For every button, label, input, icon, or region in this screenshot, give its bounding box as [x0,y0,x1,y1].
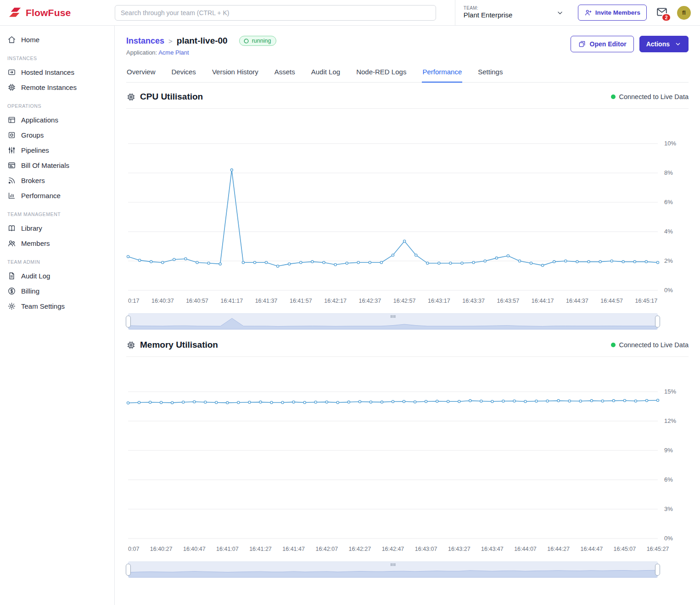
top-header: FlowFuse TEAM: Plant Enterprise Invite M… [0,0,700,26]
brush-right-handle[interactable] [655,564,660,576]
sidebar-item-library[interactable]: Library [6,221,110,236]
svg-text:16:44:17: 16:44:17 [532,298,554,304]
svg-text:16:42:27: 16:42:27 [349,546,371,552]
svg-text:16:41:47: 16:41:47 [282,546,305,552]
application-link[interactable]: Acme Plant [158,49,189,56]
tab-node-red-logs[interactable]: Node-RED Logs [356,65,407,83]
open-editor-button[interactable]: Open Editor [571,36,634,52]
brush-right-handle[interactable] [655,316,660,327]
sidebar-item-hosted-instances[interactable]: Hosted Instances [6,65,110,80]
svg-text:16:40:57: 16:40:57 [186,298,208,304]
sidebar-section-label: OPERATIONS [7,103,110,109]
svg-text:0%: 0% [664,535,673,542]
svg-text:16:41:27: 16:41:27 [249,546,272,552]
sidebar-item-brokers[interactable]: Brokers [6,173,110,188]
sidebar-item-members[interactable]: Members [6,236,110,251]
svg-text:16:42:07: 16:42:07 [315,546,338,552]
sidebar-item-label: Library [21,224,42,232]
brush-grip-handle[interactable] [390,314,396,319]
invite-user-icon [584,9,592,17]
sidebar-nav: HomeINSTANCESHosted InstancesRemote Inst… [0,26,115,605]
memory-line-chart: 0%3%6%9%12%15%0:0716:40:2716:40:4716:41:… [126,369,689,557]
cpu-brush-row [128,313,658,330]
sidebar-item-bill-of-materials[interactable]: Bill Of Materials [6,158,110,173]
svg-text:6%: 6% [664,199,673,205]
sidebar-item-remote-instances[interactable]: Remote Instances [6,80,110,95]
avatar[interactable]: fl [677,6,691,20]
tab-version-history[interactable]: Version History [212,65,259,83]
svg-text:16:42:17: 16:42:17 [324,298,347,304]
svg-text:16:43:17: 16:43:17 [428,298,450,304]
svg-text:15%: 15% [664,388,676,395]
svg-text:16:44:47: 16:44:47 [580,546,603,552]
tab-performance[interactable]: Performance [422,65,462,83]
sidebar-item-billing[interactable]: Billing [6,283,110,299]
remote-instances-icon [7,83,16,92]
svg-text:9%: 9% [664,447,673,454]
sidebar-item-home[interactable]: Home [6,32,110,47]
svg-text:16:43:07: 16:43:07 [415,546,437,552]
sidebar-item-performance[interactable]: Performance [6,188,110,203]
sidebar-item-label: Brokers [21,177,45,184]
cpu-section: CPU Utilisation Connected to Live Data 0… [126,83,689,330]
memory-chip-icon [126,340,136,350]
tab-assets[interactable]: Assets [274,65,296,83]
chevron-down-icon [556,9,564,17]
svg-text:4%: 4% [664,228,673,235]
sidebar-item-groups[interactable]: Groups [6,128,110,143]
tab-audit-log[interactable]: Audit Log [311,65,341,83]
actions-button[interactable]: Actions [639,36,689,52]
members-icon [7,239,16,248]
svg-text:16:45:27: 16:45:27 [647,546,669,552]
brokers-icon [7,176,16,185]
team-selector-texts: TEAM: Plant Enterprise [464,6,513,20]
svg-text:16:42:47: 16:42:47 [382,546,404,552]
sidebar-item-label: Audit Log [21,272,50,280]
tab-settings[interactable]: Settings [477,65,503,83]
breadcrumb-instances-link[interactable]: Instances [126,36,164,46]
memory-chart-brush[interactable] [128,561,658,578]
svg-text:16:40:47: 16:40:47 [183,546,206,552]
sidebar-item-applications[interactable]: Applications [6,112,110,128]
brush-grip-handle[interactable] [390,562,396,567]
svg-text:16:40:37: 16:40:37 [151,298,174,304]
cpu-line-chart: 0%2%4%6%8%10%0:1716:40:3716:40:5716:41:1… [126,121,689,309]
tab-devices[interactable]: Devices [171,65,196,83]
notifications-button[interactable]: 2 [656,6,668,20]
sidebar-item-label: Hosted Instances [21,68,74,76]
sidebar-item-audit-log[interactable]: Audit Log [6,268,110,283]
live-dot-icon [611,94,616,99]
cpu-live-status-label: Connected to Live Data [619,93,689,100]
sidebar-item-team-settings[interactable]: Team Settings [6,299,110,314]
app-root: FlowFuse TEAM: Plant Enterprise Invite M… [0,0,700,605]
svg-text:16:43:27: 16:43:27 [448,546,470,552]
sidebar-item-label: Remote Instances [21,83,77,91]
flowfuse-logo[interactable]: FlowFuse [8,7,115,19]
memory-chart[interactable]: 0%3%6%9%12%15%0:0716:40:2716:40:4716:41:… [126,357,689,557]
sidebar-item-label: Pipelines [21,146,49,154]
tab-overview[interactable]: Overview [126,65,156,83]
sidebar-item-label: Groups [21,131,44,139]
team-selector[interactable]: TEAM: Plant Enterprise [455,0,569,25]
svg-text:16:42:57: 16:42:57 [393,298,416,304]
sidebar-item-pipelines[interactable]: Pipelines [6,143,110,158]
status-label: running [252,38,271,44]
invite-members-button[interactable]: Invite Members [578,5,647,21]
cpu-chart[interactable]: 0%2%4%6%8%10%0:1716:40:3716:40:5716:41:1… [126,109,689,309]
svg-text:16:41:17: 16:41:17 [220,298,243,304]
performance-icon [7,191,16,200]
memory-section: Memory Utilisation Connected to Live Dat… [126,332,689,578]
svg-text:16:45:07: 16:45:07 [614,546,636,552]
svg-text:6%: 6% [664,476,673,483]
svg-text:16:45:17: 16:45:17 [635,298,658,304]
running-ring-icon [243,38,249,44]
team-label: TEAM: [464,6,513,11]
page-head: Instances > plant-live-00 running Applic… [126,36,689,56]
brush-left-handle[interactable] [126,316,131,327]
svg-text:0%: 0% [664,287,673,294]
cpu-chart-brush[interactable] [128,313,658,330]
brush-left-handle[interactable] [126,564,131,576]
library-icon [7,224,16,233]
search-input[interactable] [115,5,436,21]
sidebar-section-label: INSTANCES [7,56,110,61]
